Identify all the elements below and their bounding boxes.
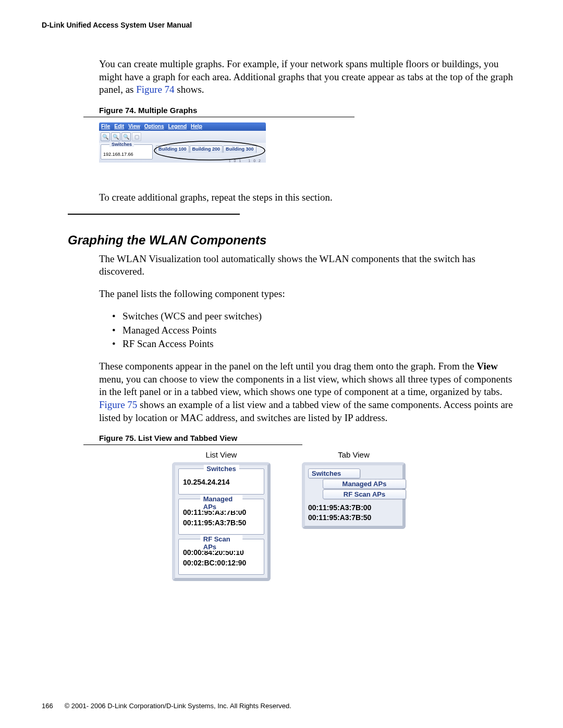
- switch-ip: 192.168.17.66: [103, 152, 133, 157]
- figure75-caption: Figure 75. List View and Tabbed View: [99, 434, 521, 442]
- tab-view-panel: Switches Managed APs RF Scan APs 00:11:9…: [302, 462, 406, 529]
- figure74-caption: Figure 74. Multiple Graphs: [99, 106, 521, 115]
- section-p3: These components appear in the panel on …: [99, 360, 516, 424]
- tab-mac-0[interactable]: 00:11:95:A3:7B:00: [308, 503, 399, 513]
- tab-managed-aps[interactable]: Managed APs: [323, 479, 406, 489]
- component-bullets: Switches (WCS and peer switches) Managed…: [99, 310, 516, 351]
- after-fig74-text: To create additional graphs, repeat the …: [99, 191, 516, 204]
- menu-view[interactable]: View: [128, 124, 140, 129]
- menu-legend[interactable]: Legend: [168, 124, 187, 129]
- menu-options[interactable]: Options: [144, 124, 164, 129]
- tab-building-100[interactable]: Building 100: [156, 145, 189, 153]
- menubar: File Edit View Options Legend Help: [99, 122, 266, 131]
- section-p2: The panel lists the following component …: [99, 288, 516, 301]
- group-managed-title: Managed APs: [200, 495, 243, 511]
- menu-file[interactable]: File: [101, 124, 110, 129]
- group-switches: Switches 10.254.24.214: [178, 468, 264, 495]
- bullet-rfscan: RF Scan Access Points: [112, 338, 516, 351]
- zoom-in-icon[interactable]: 🔍: [101, 132, 110, 141]
- list-view-panel: Switches 10.254.24.214 Managed APs 00:11…: [172, 462, 271, 581]
- tab-rf-scan-aps[interactable]: RF Scan APs: [323, 489, 406, 499]
- intro-text-b: shows.: [177, 84, 204, 95]
- ruler-ticks: 101 102: [229, 159, 264, 163]
- tab-building-200[interactable]: Building 200: [190, 145, 223, 153]
- bullet-managed: Managed Access Points: [112, 324, 516, 337]
- tab-switches[interactable]: Switches: [308, 468, 360, 478]
- footer-page-number: 166: [42, 702, 63, 710]
- zoom-reset-icon[interactable]: 🔍: [121, 132, 131, 141]
- figure74-xref[interactable]: Figure 74: [136, 84, 174, 95]
- p3-c: shows an example of a list view and a ta…: [99, 399, 513, 423]
- group-rfscan: RF Scan APs 00:00:84:20:50:10 00:02:BC:0…: [178, 539, 264, 575]
- p3-a: These components appear in the panel on …: [99, 361, 476, 372]
- figure74-image: File Edit View Options Legend Help 🔍 🔍 🔍…: [99, 122, 521, 163]
- zoom-out-icon[interactable]: 🔍: [111, 132, 120, 141]
- switches-item-0[interactable]: 10.254.24.214: [183, 477, 260, 488]
- footer-copyright: © 2001- 2006 D-Link Corporation/D-Link S…: [65, 702, 291, 710]
- intro-paragraph: You can create multiple graphs. For exam…: [99, 58, 516, 96]
- group-managed: Managed APs 00:11:95:A3:7B:00 00:11:95:A…: [178, 499, 264, 535]
- toolbar: 🔍 🔍 🔍 ▢: [99, 131, 266, 143]
- tab-building-300[interactable]: Building 300: [223, 145, 256, 153]
- section-p1: The WLAN Visualization tool automaticall…: [99, 253, 516, 278]
- p3-b: menu, you can choose to view the compone…: [99, 374, 512, 398]
- page-footer: 166 © 2001- 2006 D-Link Corporation/D-Li…: [42, 702, 291, 710]
- graph-tabs: Building 100 Building 200 Building 300: [156, 145, 256, 153]
- figure75-xref[interactable]: Figure 75: [99, 399, 137, 410]
- figure75-image: List View Switches 10.254.24.214 Managed…: [172, 450, 521, 581]
- tool-disabled: ▢: [132, 132, 141, 141]
- list-view-label: List View: [206, 450, 237, 459]
- tab-mac-list: 00:11:95:A3:7B:00 00:11:95:A3:7B:50: [308, 503, 399, 523]
- switches-panel: Switches 192.168.17.66: [101, 144, 153, 159]
- menu-help[interactable]: Help: [191, 124, 202, 129]
- bullet-switches: Switches (WCS and peer switches): [112, 310, 516, 323]
- p3-view-bold: View: [476, 361, 497, 372]
- group-switches-title: Switches: [203, 465, 239, 473]
- running-header: D-Link Unified Access System User Manual: [42, 21, 521, 29]
- section-title: Graphing the WLAN Components: [68, 233, 521, 248]
- switches-title: Switches: [109, 142, 134, 147]
- tab-view-label: Tab View: [338, 450, 370, 459]
- group-rfscan-title: RF Scan APs: [200, 535, 243, 551]
- menu-edit[interactable]: Edit: [114, 124, 124, 129]
- managed-item-1[interactable]: 00:11:95:A3:7B:50: [183, 518, 260, 528]
- tab-mac-1[interactable]: 00:11:95:A3:7B:50: [308, 513, 399, 523]
- rfscan-item-1[interactable]: 00:02:BC:00:12:90: [183, 558, 260, 569]
